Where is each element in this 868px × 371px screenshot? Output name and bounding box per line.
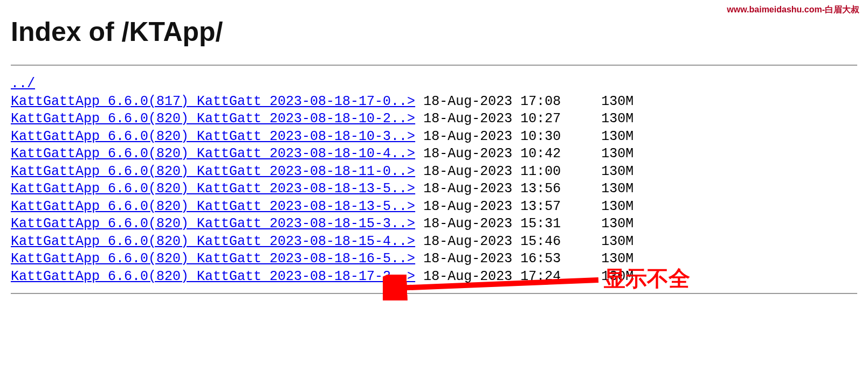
file-date: 18-Aug-2023 17:24 xyxy=(423,269,561,284)
file-date: 18-Aug-2023 16:53 xyxy=(423,251,561,267)
file-date: 18-Aug-2023 15:31 xyxy=(423,216,561,232)
file-date: 18-Aug-2023 10:42 xyxy=(423,146,561,162)
divider-bottom xyxy=(11,293,857,294)
parent-dir-link[interactable]: ../ xyxy=(11,76,35,92)
file-date: 18-Aug-2023 13:56 xyxy=(423,181,561,197)
file-size: 130M xyxy=(601,129,633,144)
watermark: www.baimeidashu.com-白眉大叔 xyxy=(727,4,859,16)
file-link[interactable]: KattGattApp 6.6.0(820) KattGatt 2023-08-… xyxy=(11,129,415,144)
file-date: 18-Aug-2023 13:57 xyxy=(423,199,561,214)
file-link[interactable]: KattGattApp 6.6.0(820) KattGatt 2023-08-… xyxy=(11,251,415,267)
file-link[interactable]: KattGattApp 6.6.0(820) KattGatt 2023-08-… xyxy=(11,181,415,197)
file-link[interactable]: KattGattApp 6.6.0(820) KattGatt 2023-08-… xyxy=(11,269,415,284)
file-link[interactable]: KattGattApp 6.6.0(820) KattGatt 2023-08-… xyxy=(11,199,415,214)
file-size: 130M xyxy=(601,181,633,197)
file-link[interactable]: KattGattApp 6.6.0(820) KattGatt 2023-08-… xyxy=(11,164,415,179)
file-date: 18-Aug-2023 10:30 xyxy=(423,129,561,144)
file-date: 18-Aug-2023 15:46 xyxy=(423,234,561,249)
divider-top xyxy=(11,65,857,66)
annotation-label: 显示不全 xyxy=(604,264,690,293)
file-link[interactable]: KattGattApp 6.6.0(820) KattGatt 2023-08-… xyxy=(11,111,415,127)
file-size: 130M xyxy=(601,199,633,214)
file-size: 130M xyxy=(601,111,633,127)
file-link[interactable]: KattGattApp 6.6.0(820) KattGatt 2023-08-… xyxy=(11,216,415,232)
directory-listing: ../ KattGattApp 6.6.0(817) KattGatt 2023… xyxy=(0,72,868,289)
file-size: 130M xyxy=(601,164,633,179)
file-size: 130M xyxy=(601,94,633,109)
file-size: 130M xyxy=(601,146,633,162)
file-link[interactable]: KattGattApp 6.6.0(820) KattGatt 2023-08-… xyxy=(11,234,415,249)
file-link[interactable]: KattGattApp 6.6.0(820) KattGatt 2023-08-… xyxy=(11,146,415,162)
file-date: 18-Aug-2023 17:08 xyxy=(423,94,561,109)
file-size: 130M xyxy=(601,216,633,232)
file-size: 130M xyxy=(601,234,633,249)
file-date: 18-Aug-2023 11:00 xyxy=(423,164,561,179)
file-date: 18-Aug-2023 10:27 xyxy=(423,111,561,127)
file-link[interactable]: KattGattApp 6.6.0(817) KattGatt 2023-08-… xyxy=(11,94,415,109)
